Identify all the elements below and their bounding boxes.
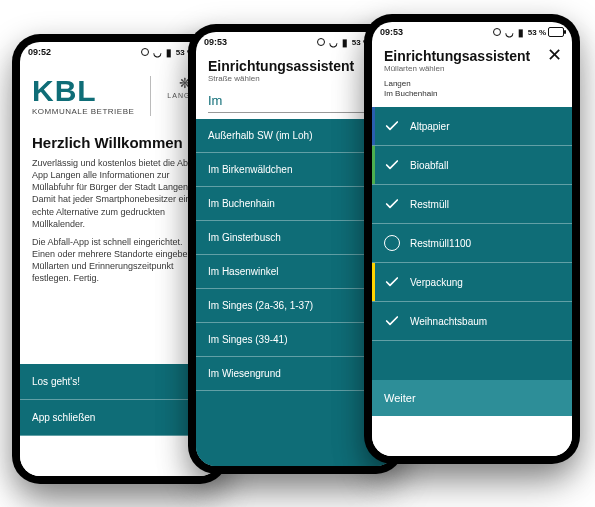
signal-icon: ▮ bbox=[518, 27, 524, 38]
signal-icon: ▮ bbox=[342, 37, 348, 48]
battery-label: 53 % bbox=[528, 28, 546, 37]
check-icon bbox=[384, 313, 400, 329]
close-icon[interactable]: ✕ bbox=[547, 46, 562, 64]
check-icon bbox=[384, 157, 400, 173]
check-icon bbox=[384, 118, 400, 134]
waste-type-label: Verpackung bbox=[410, 277, 463, 288]
waste-type-label: Restmüll1100 bbox=[410, 238, 471, 249]
status-time: 09:53 bbox=[204, 37, 227, 47]
waste-type-option[interactable]: Weihnachtsbaum bbox=[372, 302, 572, 341]
waste-type-option[interactable]: Altpapier bbox=[372, 107, 572, 146]
brand-logo-subtext: KOMMUNALE BETRIEBE bbox=[32, 108, 134, 116]
wizard-subtitle: Straße wählen bbox=[208, 74, 384, 83]
brand-logo: KBL KOMMUNALE BETRIEBE bbox=[32, 76, 134, 116]
waste-type-option[interactable]: Bioabfall bbox=[372, 146, 572, 185]
notification-icon bbox=[141, 48, 149, 56]
category-stripe bbox=[372, 146, 375, 184]
status-time: 09:53 bbox=[380, 27, 403, 37]
waste-type-label: Restmüll bbox=[410, 199, 449, 210]
welcome-paragraph-1: Zuverlässig und kostenlos bietet die Abf… bbox=[32, 157, 208, 230]
unchecked-icon bbox=[384, 235, 400, 251]
check-icon bbox=[384, 274, 400, 290]
waste-type-label: Altpapier bbox=[410, 121, 449, 132]
welcome-heading: Herzlich Willkommen bbox=[32, 134, 208, 151]
brand-separator bbox=[150, 76, 151, 116]
category-stripe bbox=[372, 107, 375, 145]
notification-icon bbox=[317, 38, 325, 46]
brand-logo-text: KBL bbox=[32, 76, 134, 106]
status-bar: 09:53 ◡ ▮ 53 % bbox=[372, 22, 572, 42]
context-street: Im Buchenhain bbox=[384, 89, 560, 98]
context-city: Langen bbox=[384, 79, 560, 88]
status-icons: ◡ ▮ 53 % bbox=[493, 27, 564, 38]
wizard-subtitle: Müllarten wählen bbox=[384, 64, 560, 73]
check-icon bbox=[384, 196, 400, 212]
waste-type-option[interactable]: Restmüll bbox=[372, 185, 572, 224]
phone-screen-3: 09:53 ◡ ▮ 53 % Einrichtungsassistent Mül… bbox=[372, 22, 572, 456]
wizard-header: Einrichtungsassistent Müllarten wählen ✕ bbox=[372, 42, 572, 75]
wizard-title: Einrichtungsassistent bbox=[208, 58, 384, 74]
waste-type-option[interactable]: Restmüll1100 bbox=[372, 224, 572, 263]
street-input[interactable] bbox=[208, 91, 384, 113]
stage: 09:52 ◡ ▮ 53 % KBL KOMMUNALE BETRIEBE bbox=[0, 0, 595, 507]
signal-icon: ▮ bbox=[166, 47, 172, 58]
notification-icon bbox=[493, 28, 501, 36]
wifi-icon: ◡ bbox=[505, 27, 514, 38]
battery-icon bbox=[548, 27, 564, 37]
status-time: 09:52 bbox=[28, 47, 51, 57]
next-button[interactable]: Weiter bbox=[372, 380, 572, 416]
battery-indicator: 53 % bbox=[528, 27, 564, 37]
waste-type-label: Weihnachtsbaum bbox=[410, 316, 487, 327]
bottom-spacer bbox=[372, 416, 572, 456]
wifi-icon: ◡ bbox=[153, 47, 162, 58]
wizard-title: Einrichtungsassistent bbox=[384, 48, 560, 64]
phone-frame-3: 09:53 ◡ ▮ 53 % Einrichtungsassistent Mül… bbox=[364, 14, 580, 464]
category-stripe bbox=[372, 263, 375, 301]
context-block: Langen Im Buchenhain bbox=[372, 75, 572, 101]
waste-type-list: AltpapierBioabfallRestmüllRestmüll1100Ve… bbox=[372, 107, 572, 380]
waste-type-option[interactable]: Verpackung bbox=[372, 263, 572, 302]
welcome-paragraph-2: Die Abfall-App ist schnell eingerichtet.… bbox=[32, 236, 208, 285]
wifi-icon: ◡ bbox=[329, 37, 338, 48]
waste-type-label: Bioabfall bbox=[410, 160, 448, 171]
